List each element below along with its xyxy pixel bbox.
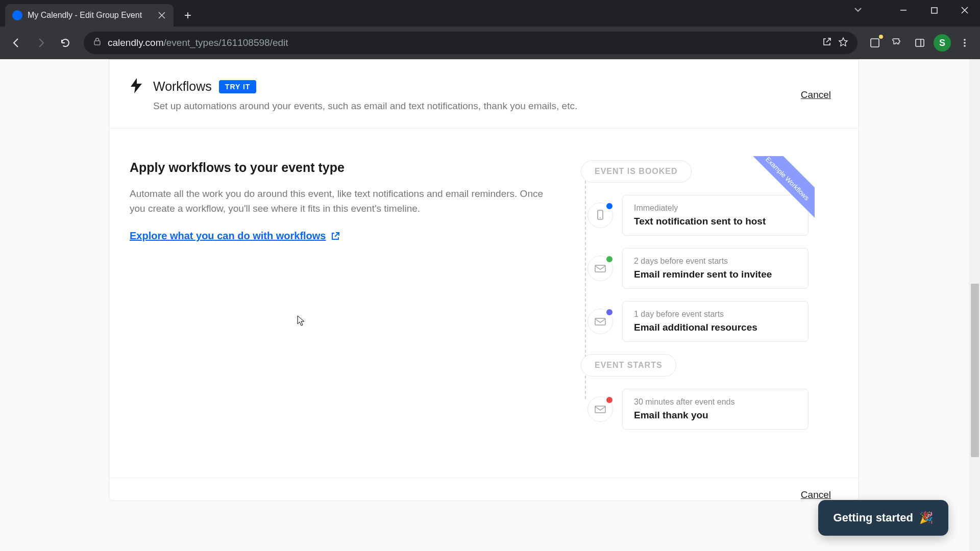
window-controls: [888, 0, 980, 20]
extension-badge-icon[interactable]: [866, 34, 884, 52]
bookmark-star-icon[interactable]: [838, 37, 848, 49]
profile-avatar[interactable]: S: [933, 34, 951, 52]
cancel-link[interactable]: Cancel: [801, 89, 831, 101]
step-action: Text notification sent to host: [634, 216, 797, 227]
section-heading: Apply workflows to your event type: [130, 160, 548, 175]
section-description: Automate all the work you do around this…: [130, 186, 548, 216]
forward-button[interactable]: [31, 33, 51, 53]
lock-icon: [93, 37, 102, 48]
timeline-step: 30 minutes after event ends Email thank …: [584, 389, 808, 430]
tab-close-button[interactable]: [157, 11, 166, 20]
step-action: Email reminder sent to invitee: [634, 269, 797, 280]
external-link-icon: [330, 231, 340, 241]
browser-tab[interactable]: My Calendly - Edit Group Event: [5, 4, 174, 27]
help-label: Getting started: [834, 511, 913, 524]
svg-rect-10: [595, 265, 605, 272]
calendly-favicon-icon: [12, 10, 22, 20]
tab-title: My Calendly - Edit Group Event: [28, 11, 152, 20]
event-booked-pill: EVENT IS BOOKED: [581, 160, 692, 183]
browser-toolbar: calendly.com/event_types/161108598/edit …: [0, 27, 980, 59]
step-timing: 1 day before event starts: [634, 310, 797, 319]
getting-started-button[interactable]: Getting started 🎉: [818, 500, 948, 536]
scrollbar-thumb[interactable]: [971, 284, 979, 457]
svg-rect-3: [916, 39, 924, 46]
svg-rect-12: [595, 406, 605, 413]
timeline-step: 1 day before event starts Email addition…: [584, 301, 808, 342]
step-action: Email thank you: [634, 410, 797, 421]
side-panel-icon[interactable]: [911, 34, 929, 52]
svg-point-5: [964, 39, 966, 41]
timeline-step: 2 days before event starts Email reminde…: [584, 248, 808, 289]
event-starts-pill: EVENT STARTS: [581, 354, 676, 377]
svg-rect-11: [595, 318, 605, 325]
party-emoji-icon: 🎉: [919, 511, 933, 524]
svg-rect-1: [94, 41, 100, 45]
scrollbar[interactable]: [969, 59, 980, 551]
footer-cancel-link[interactable]: Cancel: [801, 489, 831, 500]
workflows-panel: Workflows TRY IT Set up automations arou…: [109, 59, 859, 501]
example-timeline: Example Workflows EVENT IS BOOKED Immedi…: [569, 160, 808, 442]
svg-point-6: [964, 42, 966, 44]
panel-header: Workflows TRY IT Set up automations arou…: [109, 67, 859, 129]
try-it-badge[interactable]: TRY IT: [219, 80, 257, 93]
envelope-icon: [587, 396, 613, 422]
panel-footer: Cancel: [109, 478, 859, 500]
url-text: calendly.com/event_types/161108598/edit: [108, 37, 816, 48]
workflows-bolt-icon: [130, 78, 143, 114]
browser-chrome: My Calendly - Edit Group Event + calendl…: [0, 0, 980, 59]
explore-workflows-link[interactable]: Explore what you can do with workflows: [130, 230, 340, 242]
svg-point-9: [600, 217, 601, 218]
reload-button[interactable]: [55, 33, 76, 53]
minimize-button[interactable]: [888, 0, 919, 20]
step-timing: Immediately: [634, 204, 797, 213]
envelope-icon: [587, 256, 613, 281]
panel-subtitle: Set up automations around your events, s…: [153, 99, 801, 114]
tabs-dropdown-icon[interactable]: [853, 5, 863, 16]
back-button[interactable]: [6, 33, 27, 53]
envelope-icon: [587, 309, 613, 334]
page-content: Workflows TRY IT Set up automations arou…: [0, 59, 980, 551]
step-action: Email additional resources: [634, 322, 797, 333]
svg-rect-2: [871, 39, 879, 47]
browser-menu-icon[interactable]: [955, 34, 974, 52]
timeline-step: Immediately Text notification sent to ho…: [584, 195, 808, 236]
share-icon[interactable]: [822, 37, 832, 49]
maximize-button[interactable]: [919, 0, 949, 20]
panel-top-edge: [109, 59, 859, 67]
step-timing: 30 minutes after event ends: [634, 397, 797, 407]
phone-icon: [587, 203, 613, 228]
tab-bar: My Calendly - Edit Group Event +: [0, 0, 980, 27]
explore-link-text: Explore what you can do with workflows: [130, 230, 326, 242]
svg-rect-0: [932, 8, 937, 13]
new-tab-button[interactable]: +: [179, 6, 197, 24]
close-window-button[interactable]: [949, 0, 980, 20]
svg-point-7: [964, 45, 966, 47]
address-bar[interactable]: calendly.com/event_types/161108598/edit: [84, 32, 857, 54]
panel-title: Workflows: [153, 79, 212, 94]
extensions-icon[interactable]: [888, 34, 906, 52]
step-timing: 2 days before event starts: [634, 257, 797, 266]
